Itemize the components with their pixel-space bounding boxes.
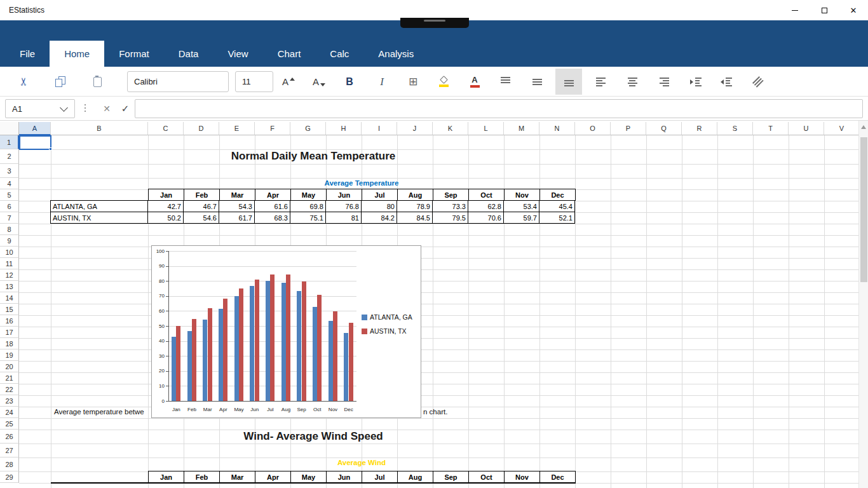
table-cell[interactable]: 45.4 [539, 200, 575, 212]
row-header-16[interactable]: 16 [0, 315, 19, 327]
column-header-H[interactable]: H [326, 122, 362, 135]
row-header-23[interactable]: 23 [0, 395, 19, 407]
column-header-T[interactable]: T [753, 122, 789, 135]
cancel-button[interactable]: ✕ [98, 99, 115, 118]
table-row-label[interactable]: AUSTIN, TX [50, 212, 148, 224]
drag-handle[interactable] [400, 18, 469, 28]
align-middle-button[interactable] [524, 69, 550, 95]
row-header-6[interactable]: 6 [0, 201, 19, 212]
menu-tab-calc[interactable]: Calc [315, 41, 363, 67]
column-header-G[interactable]: G [290, 122, 326, 135]
month-header-cell[interactable]: Oct [468, 189, 505, 201]
row-header-15[interactable]: 15 [0, 304, 19, 315]
month-header-cell[interactable]: Nov [504, 189, 540, 201]
legend-item[interactable]: ATLANTA, GA [362, 313, 412, 321]
fill-handle[interactable] [49, 147, 52, 151]
menu-tab-analysis[interactable]: Analysis [363, 41, 428, 67]
borders-button[interactable]: ⊞ [400, 69, 426, 95]
table-cell[interactable]: 59.7 [503, 212, 539, 224]
table-cell[interactable]: 54.3 [219, 200, 255, 212]
menu-tab-file[interactable]: File [5, 41, 50, 67]
month-header-cell[interactable]: Jun [326, 189, 362, 201]
row-header-12[interactable]: 12 [0, 269, 19, 281]
row-header-20[interactable]: 20 [0, 361, 19, 372]
row-header-27[interactable]: 27 [0, 444, 19, 458]
column-header-E[interactable]: E [219, 122, 255, 135]
menu-tab-data[interactable]: Data [164, 41, 214, 67]
close-button[interactable]: ✕ [839, 0, 868, 20]
increase-font-button[interactable]: A [275, 69, 302, 95]
table-cell[interactable]: 42.7 [147, 200, 184, 212]
table-cell[interactable]: 62.8 [468, 200, 504, 212]
column-header-D[interactable]: D [184, 122, 219, 135]
minimize-button[interactable] [780, 0, 810, 20]
table-cell[interactable]: 80 [361, 200, 397, 212]
maximize-button[interactable] [810, 0, 839, 20]
row-header-25[interactable]: 25 [0, 418, 19, 430]
table-cell[interactable]: 68.3 [254, 212, 290, 224]
month-header-cell[interactable]: May [290, 471, 327, 483]
month-header-cell[interactable]: Jul [362, 189, 398, 201]
table-cell[interactable]: 61.6 [254, 200, 290, 212]
table-cell[interactable]: 84.5 [397, 212, 433, 224]
table-row-label[interactable]: ATLANTA, GA [50, 200, 148, 212]
month-header-cell[interactable]: Dec [539, 471, 576, 483]
month-header-cell[interactable]: Apr [255, 189, 291, 201]
column-header-N[interactable]: N [539, 122, 575, 135]
align-right-button[interactable] [651, 69, 677, 95]
row-header-28[interactable]: 28 [0, 458, 19, 471]
row-header-22[interactable]: 22 [0, 384, 19, 395]
table-cell[interactable]: 73.3 [432, 200, 468, 212]
menu-tab-home[interactable]: Home [50, 41, 104, 67]
row-header-18[interactable]: 18 [0, 338, 19, 349]
table-cell[interactable]: 76.8 [325, 200, 362, 212]
column-header-K[interactable]: K [433, 122, 468, 135]
month-header-cell[interactable]: Dec [539, 189, 576, 201]
table-cell[interactable]: 70.6 [468, 212, 504, 224]
column-header-R[interactable]: R [682, 122, 717, 135]
month-header-cell[interactable]: Mar [219, 189, 255, 201]
month-header-cell[interactable]: Apr [255, 471, 291, 483]
table-cell[interactable]: 52.1 [539, 212, 575, 224]
row-header-14[interactable]: 14 [0, 292, 19, 304]
scroll-up-icon[interactable] [861, 125, 866, 129]
column-header-J[interactable]: J [397, 122, 433, 135]
column-header-I[interactable]: I [362, 122, 397, 135]
column-header-L[interactable]: L [468, 122, 504, 135]
italic-button[interactable]: I [369, 69, 395, 95]
month-header-cell[interactable]: Jan [148, 189, 184, 201]
menu-tab-format[interactable]: Format [104, 41, 164, 67]
table-cell[interactable]: 50.2 [147, 212, 184, 224]
month-header-cell[interactable]: Aug [397, 189, 433, 201]
month-header-cell[interactable]: May [290, 189, 327, 201]
row-header-19[interactable]: 19 [0, 349, 19, 361]
row-header-5[interactable]: 5 [0, 189, 19, 201]
column-header-A[interactable]: A [19, 122, 51, 135]
table-cell[interactable]: 84.2 [361, 212, 397, 224]
month-header-cell[interactable]: Jan [148, 471, 184, 483]
row-header-7[interactable]: 7 [0, 212, 19, 224]
row-header-3[interactable]: 3 [0, 164, 19, 178]
month-header-cell[interactable]: Oct [468, 471, 505, 483]
column-header-P[interactable]: P [611, 122, 646, 135]
column-header-O[interactable]: O [575, 122, 611, 135]
table-cell[interactable]: 61.7 [219, 212, 255, 224]
align-center-button[interactable] [619, 69, 646, 95]
name-box[interactable]: A1 [5, 99, 75, 118]
align-top-button[interactable] [492, 69, 519, 95]
text-orientation-button[interactable] [744, 69, 771, 95]
month-header-cell[interactable]: Mar [219, 471, 255, 483]
fill-color-button[interactable] [430, 69, 457, 95]
font-size-select[interactable]: 11 [235, 71, 273, 92]
table-cell[interactable]: 79.5 [432, 212, 468, 224]
month-header-cell[interactable]: Sep [433, 189, 469, 201]
row-header-4[interactable]: 4 [0, 178, 19, 189]
chevron-down-icon[interactable] [60, 104, 68, 112]
month-header-cell[interactable]: Feb [184, 189, 220, 201]
font-color-button[interactable]: A [461, 69, 488, 95]
table-cell[interactable]: 81 [325, 212, 362, 224]
month-header-cell[interactable]: Jul [362, 471, 398, 483]
table-cell[interactable]: 46.7 [183, 200, 219, 212]
vertical-scrollbar[interactable] [858, 121, 868, 488]
column-header-C[interactable]: C [148, 122, 184, 135]
